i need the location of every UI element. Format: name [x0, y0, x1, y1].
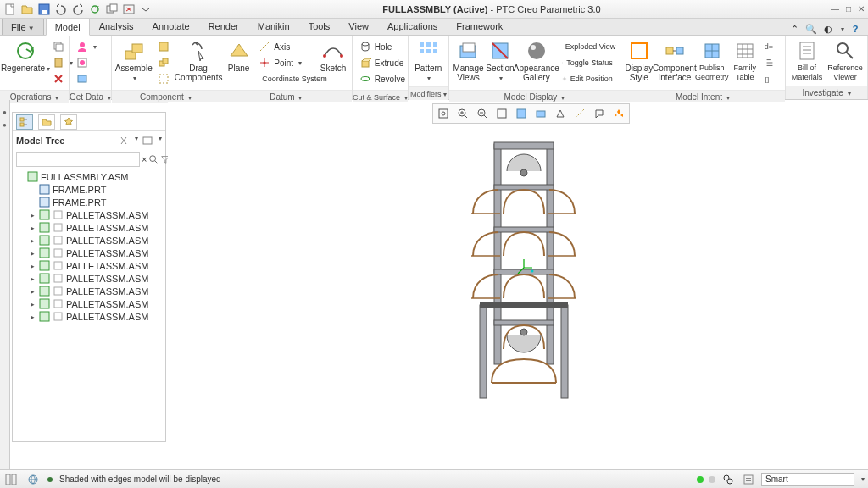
expand-icon[interactable]: ▸ [28, 274, 36, 283]
tab-tools[interactable]: Tools [299, 18, 340, 35]
extrude-button[interactable]: Extrude [356, 55, 409, 70]
undo-icon[interactable] [54, 3, 68, 16]
tab-applications[interactable]: Applications [378, 18, 447, 35]
tab-view[interactable]: View [339, 18, 378, 35]
regen-icon[interactable] [88, 3, 102, 16]
bom-button[interactable]: Bill of Materials [789, 37, 825, 84]
open-icon[interactable] [20, 3, 34, 16]
parameters-button[interactable]: d= [761, 39, 778, 54]
assemble-button[interactable]: Assemble▾ [115, 37, 153, 85]
tree-asm-item[interactable]: ▸PALLETASSM.ASM [14, 285, 164, 297]
qat-more-icon[interactable] [139, 3, 153, 16]
zoom-in-icon[interactable] [453, 105, 472, 122]
panel-tab-favorites[interactable] [60, 114, 77, 130]
expand-icon[interactable]: ▸ [28, 262, 36, 270]
panel-tab-folder[interactable] [38, 114, 55, 130]
tab-framework[interactable]: Framework [447, 18, 512, 35]
regenerate-button[interactable]: Regenerate▾ [3, 37, 47, 75]
repeat-comp-button[interactable] [154, 55, 173, 70]
reference-viewer-button[interactable]: Reference Viewer [826, 37, 864, 84]
new-icon[interactable] [3, 3, 17, 16]
status-browser-icon[interactable] [25, 473, 41, 486]
sketch-button[interactable]: Sketch [318, 37, 348, 75]
learning-icon[interactable]: ◐ [822, 23, 834, 35]
tree-asm-item[interactable]: ▸PALLETASSM.ASM [14, 259, 164, 272]
maximize-button[interactable]: □ [846, 4, 851, 14]
help-icon[interactable]: ? [849, 23, 861, 35]
revolve-button[interactable]: Revolve [356, 71, 409, 86]
close-button[interactable]: ✕ [858, 4, 865, 14]
copy-geom-button[interactable] [73, 71, 100, 86]
spin-center-icon[interactable] [609, 105, 628, 122]
hole-button[interactable]: Hole [356, 39, 409, 54]
tree-search-input[interactable] [16, 152, 140, 167]
graphics-area[interactable] [168, 102, 868, 469]
panel-tab-tree[interactable] [16, 114, 33, 130]
tab-render[interactable]: Render [199, 18, 248, 35]
component-interface-button[interactable]: Component Interface [656, 37, 693, 84]
manage-views-button[interactable]: Manage Views [453, 37, 484, 84]
datum-display-icon[interactable] [570, 105, 589, 122]
display-style-icon[interactable] [512, 105, 531, 122]
tree-settings-icon[interactable] [118, 135, 130, 147]
chevron-down-icon[interactable]: ▾ [861, 475, 865, 483]
tree-asm-item[interactable]: ▸PALLETASSM.ASM [14, 247, 164, 259]
tree-asm-item[interactable]: ▸PALLETASSM.ASM [14, 221, 164, 234]
strip-tab-2[interactable]: ● [1, 121, 8, 129]
tree-root[interactable]: FULLASSMBLY.ASM [14, 170, 164, 183]
switch-dims-button[interactable]: [] [761, 71, 778, 86]
point-button[interactable]: Point▾ [255, 55, 316, 70]
status-layout-icon[interactable] [3, 473, 19, 486]
tree-asm-item[interactable]: ▸PALLETASSM.ASM [14, 310, 164, 323]
tab-model[interactable]: Model [46, 19, 90, 36]
redo-icon[interactable] [71, 3, 85, 16]
tree-show-icon[interactable] [142, 135, 153, 147]
expand-icon[interactable]: ▸ [28, 287, 36, 296]
expand-icon[interactable]: ▸ [28, 211, 36, 219]
edit-position-button[interactable]: Edit Position [559, 71, 616, 86]
windows-icon[interactable] [105, 3, 119, 16]
toggle-status-button[interactable]: Toggle Status [559, 55, 616, 70]
expand-icon[interactable]: ▸ [28, 300, 36, 308]
select-filter-icon[interactable] [741, 473, 756, 486]
create-comp-button[interactable] [154, 39, 173, 54]
search-commands-icon[interactable]: 🔍 [805, 23, 817, 35]
minimize-button[interactable]: — [831, 4, 839, 14]
appearance-gallery-button[interactable]: Appearance Gallery [516, 37, 557, 84]
find-icon[interactable] [721, 473, 736, 486]
expand-icon[interactable]: ▸ [28, 224, 36, 232]
tab-file[interactable]: File▼ [2, 19, 44, 35]
perspective-icon[interactable] [551, 105, 570, 122]
expand-icon[interactable]: ▸ [28, 249, 36, 258]
zoom-out-icon[interactable] [473, 105, 492, 122]
tree-asm-item[interactable]: ▸PALLETASSM.ASM [14, 272, 164, 285]
display-style-button[interactable]: Display Style [624, 37, 654, 84]
family-table-button[interactable]: Family Table [731, 37, 760, 84]
tree-asm-item[interactable]: ▸PALLETASSM.ASM [14, 234, 164, 247]
user-model-button[interactable]: ▾ [73, 39, 100, 54]
search-icon[interactable] [148, 152, 159, 166]
selection-filter-combo[interactable]: Smart [761, 473, 854, 486]
publish-geometry-button[interactable]: Publish Geometry [695, 37, 729, 84]
exploded-view-button[interactable]: Exploded View [559, 39, 616, 54]
axis-button[interactable]: Axis [255, 39, 316, 54]
saved-view-icon[interactable] [531, 105, 550, 122]
collapse-ribbon-icon[interactable]: ⌃ [788, 23, 800, 35]
tree-part-item[interactable]: FRAME.PRT [14, 196, 164, 208]
tab-annotate[interactable]: Annotate [143, 18, 199, 35]
drag-components-button[interactable]: Drag Components [175, 37, 223, 84]
expand-icon[interactable]: ▸ [28, 313, 36, 321]
tab-manikin[interactable]: Manikin [248, 18, 299, 35]
expand-icon[interactable]: ▸ [28, 236, 36, 245]
relations-button[interactable] [761, 55, 778, 70]
flex-comp-button[interactable] [154, 71, 173, 86]
chevron-down-icon[interactable]: ▾ [841, 25, 844, 33]
tree-part-item[interactable]: FRAME.PRT [14, 183, 164, 196]
repaint-icon[interactable] [492, 105, 511, 122]
close-window-icon[interactable] [122, 3, 136, 16]
refit-icon[interactable] [434, 105, 453, 122]
annotation-display-icon[interactable] [590, 105, 609, 122]
shrinkwrap-button[interactable] [73, 55, 100, 70]
save-icon[interactable] [37, 3, 51, 16]
section-button[interactable]: Section▾ [486, 37, 515, 85]
